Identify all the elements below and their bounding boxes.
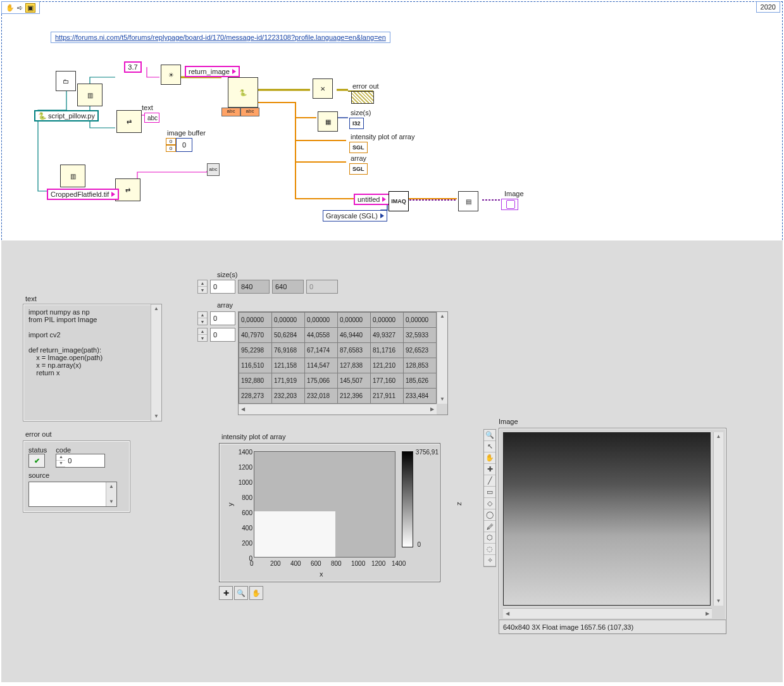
array-cell: 87,6583 [338, 343, 371, 358]
hand-icon: ✋ [484, 452, 495, 464]
image-hscroll[interactable]: ◀▶ [503, 608, 712, 618]
array-cell: 228,273 [239, 389, 272, 404]
sizes-label: size(s) [351, 109, 371, 116]
array-cell: 128,853 [404, 358, 437, 373]
xtick: 1400 [392, 560, 406, 567]
xtick: 600 [311, 560, 321, 567]
brightness-constant: 3.7 [124, 61, 142, 73]
image-buffer-constant[interactable]: 0 0 0 [166, 138, 192, 152]
zmax: 3756,91 [416, 449, 439, 456]
intensity-terminal: SGL [349, 142, 368, 153]
rot-rect-icon: ◇ [484, 498, 495, 509]
array-cell: 145,507 [338, 373, 371, 389]
python-node-icon[interactable]: 🐍 [228, 77, 258, 108]
array-cell: 121,158 [272, 358, 305, 373]
sizes-v1: 640 [272, 280, 304, 294]
array-cell: 0,00000 [371, 313, 404, 328]
array-vscroll[interactable]: ▲▼ [437, 312, 447, 404]
intensity-plot-label: intensity plot of array [351, 133, 415, 140]
array-cell: 121,210 [371, 358, 404, 373]
image-fp-label: Image [499, 418, 518, 425]
image-tool-palette[interactable]: 🔍 ↖ ✋ ✚ ╱ ▭ ◇ ◯ 🖉 ⬡ ◌ ✧ [483, 429, 496, 567]
xtick: 400 [290, 560, 301, 567]
annulus-icon: ◌ [484, 544, 495, 555]
intensity-graph[interactable]: 1400120010008006004002000 y 020040060080… [219, 443, 440, 582]
return-image-label: return_image [185, 66, 240, 77]
sizes-index-spinner[interactable]: ▲▼ [197, 280, 208, 294]
image-terminal [501, 199, 518, 210]
imaq-create-icon[interactable]: IMAQ [389, 191, 409, 211]
status-label: status [28, 446, 47, 454]
error-out-terminal-icon [351, 91, 374, 104]
graph-palette[interactable]: ✚ 🔍 ✋ [219, 586, 263, 600]
pan-tool-icon: ✋ [249, 586, 263, 600]
text-fp-label: text [25, 295, 37, 302]
array-cell: 175,066 [305, 373, 338, 389]
to-string-icon[interactable]: abc [207, 163, 220, 176]
sizes-v2: 0 [306, 280, 338, 294]
array-terminal: SGL [349, 163, 368, 175]
xtick: 1200 [371, 560, 385, 567]
wand-icon: ✧ [484, 555, 495, 566]
ytick: 400 [236, 525, 252, 532]
build-path-node-2-icon[interactable]: ▥ [60, 165, 85, 187]
xtick: 1000 [351, 560, 365, 567]
array-hscroll[interactable]: ◀▶ [239, 404, 437, 415]
sizes-index[interactable]: 0 [210, 280, 235, 294]
arrow-icon[interactable]: ➪ [17, 4, 23, 12]
ytick: 200 [236, 540, 252, 547]
freehand-icon: 🖉 [484, 521, 495, 532]
array-to-image-icon[interactable]: ▤ [458, 191, 478, 211]
highlight-icon[interactable]: ▣ [25, 3, 35, 13]
build-path-node-icon[interactable]: ▥ [77, 84, 103, 106]
zlabel: z [455, 502, 463, 506]
array-cell: 0,00000 [272, 313, 305, 328]
ytick: 800 [236, 494, 252, 501]
array-cell: 217,911 [371, 389, 404, 404]
array-cell: 114,547 [305, 358, 338, 373]
array-cell: 92,6523 [404, 343, 437, 358]
ytick: 1200 [236, 464, 252, 471]
image-display[interactable]: ▲▼ ◀▶ 640x840 3X Float image 1657.56 (10… [499, 428, 726, 634]
file-dialog-icon[interactable]: 🗀 [56, 71, 76, 91]
array-size-icon[interactable]: ▦ [318, 111, 338, 132]
text-content: import numpy as np from PIL import Image… [23, 304, 161, 380]
close-session-icon[interactable]: ✕ [313, 78, 333, 99]
array-cell: 50,6284 [272, 328, 305, 343]
forum-link[interactable]: https://forums.ni.com/t5/forums/replypag… [55, 34, 386, 41]
pan-tool-icon[interactable]: ✋ [6, 4, 15, 12]
grayscale-ring[interactable]: Grayscale (SGL) [323, 210, 387, 221]
xtick: 200 [270, 560, 281, 567]
path-to-string-icon[interactable]: ⇄ [116, 110, 142, 133]
xtick: 800 [331, 560, 342, 567]
toolbar-icons: ✋ ➪ ▣ [1, 1, 40, 14]
array-cell: 76,9168 [272, 343, 305, 358]
pointer-icon: ↖ [484, 441, 495, 452]
polygon-icon: ⬡ [484, 532, 495, 544]
array-cell: 185,626 [404, 373, 437, 389]
labview-year-tag: 2020 [756, 1, 780, 13]
array-cell: 177,160 [371, 373, 404, 389]
oval-icon: ◯ [484, 509, 495, 521]
code-field[interactable]: ▲▼ 0 [56, 454, 105, 468]
sizes-control[interactable]: ▲▼ 0 840 640 0 [197, 280, 338, 294]
rect-icon: ▭ [484, 487, 495, 498]
image-canvas [503, 432, 711, 606]
array-control[interactable]: ▲▼0 ▲▼0 0,000000,000000,000000,000000,00… [197, 311, 448, 415]
array-cell: 81,1716 [371, 343, 404, 358]
error-out-label: error out [352, 82, 379, 90]
image-vscroll[interactable]: ▲▼ [713, 432, 723, 606]
source-field[interactable]: ▲▼ [28, 482, 117, 507]
text-scrollbar[interactable]: ▲▼ [151, 304, 161, 421]
zmin: 0 [417, 541, 421, 548]
block-diagram: https://forums.ni.com/t5/forums/replypag… [1, 14, 783, 239]
array-table: 0,000000,000000,000000,000000,000000,000… [239, 312, 437, 404]
ytick: 1400 [236, 449, 252, 456]
text-terminal-icon: abc [144, 113, 159, 123]
ylabel: y [227, 502, 234, 506]
array-cell: 46,9440 [338, 328, 371, 343]
array-cell: 0,00000 [239, 313, 272, 328]
array-cell: 49,9327 [371, 328, 404, 343]
plot-area [254, 451, 395, 558]
brightness-node-icon[interactable]: ☀ [161, 65, 181, 85]
